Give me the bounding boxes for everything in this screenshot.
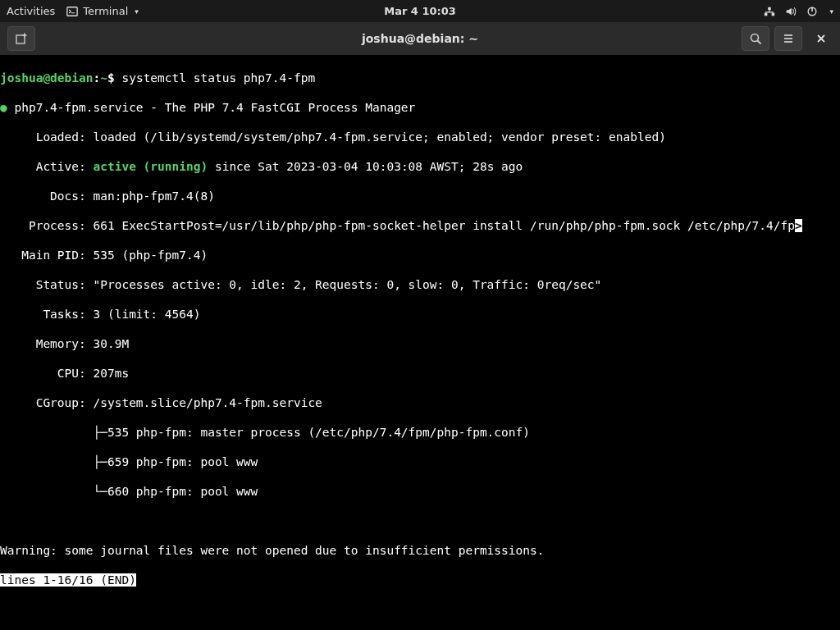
gnome-topbar: Activities Terminal ▾ Mar 4 10:03 ▾ xyxy=(0,0,840,22)
status-process: Process: 661 ExecStartPost=/usr/lib/php/… xyxy=(0,218,840,233)
svg-rect-6 xyxy=(16,35,25,43)
journal-warning: Warning: some journal files were not ope… xyxy=(0,543,840,558)
status-loaded: Loaded: loaded (/lib/systemd/system/php7… xyxy=(0,130,840,144)
close-icon xyxy=(815,32,828,45)
menu-button[interactable] xyxy=(774,26,802,51)
volume-icon[interactable] xyxy=(785,6,797,17)
new-tab-icon xyxy=(15,32,28,45)
prompt-line: joshua@debian:~$ systemctl status php7.4… xyxy=(0,71,840,85)
status-mainpid: Main PID: 535 (php-fpm7.4) xyxy=(0,248,840,262)
cgroup-proc-3: └─660 php-fpm: pool www xyxy=(0,484,840,499)
cgroup-proc-1: ├─535 php-fpm: master process (/etc/php/… xyxy=(0,425,840,440)
hamburger-icon xyxy=(782,32,795,45)
clock[interactable]: Mar 4 10:03 xyxy=(384,5,456,17)
search-icon xyxy=(749,32,762,45)
chevron-down-icon: ▾ xyxy=(829,7,833,16)
system-tray[interactable]: ▾ xyxy=(764,6,833,17)
status-tasks: Tasks: 3 (limit: 4564) xyxy=(0,307,840,322)
app-menu-label: Terminal xyxy=(83,5,128,17)
prompt-sep: : xyxy=(94,71,101,84)
status-active: Active: active (running) since Sat 2023-… xyxy=(0,159,840,174)
window-title: joshua@debian: ~ xyxy=(362,32,478,45)
close-button[interactable] xyxy=(807,26,835,51)
power-icon[interactable] xyxy=(806,6,818,17)
status-statusline: Status: "Processes active: 0, idle: 2, R… xyxy=(0,277,840,292)
status-cgroup: CGroup: /system.slice/php7.4-fpm.service xyxy=(0,395,840,410)
svg-rect-2 xyxy=(772,12,775,16)
svg-rect-1 xyxy=(765,12,768,16)
pager-status: lines 1-16/16 (END) xyxy=(0,573,136,587)
search-button[interactable] xyxy=(742,26,769,51)
status-bullet: ● xyxy=(0,101,7,114)
prompt-command: systemctl status php7.4-fpm xyxy=(121,71,315,84)
app-menu[interactable]: Terminal ▾ xyxy=(66,5,138,17)
status-cpu: CPU: 207ms xyxy=(0,366,840,381)
terminal-icon xyxy=(66,6,78,17)
chevron-down-icon: ▾ xyxy=(135,7,139,16)
blank-line xyxy=(0,514,840,528)
prompt-userhost: joshua@debian xyxy=(0,71,94,84)
cgroup-proc-2: ├─659 php-fpm: pool www xyxy=(0,454,840,469)
pager-line: lines 1-16/16 (END) xyxy=(0,573,840,587)
svg-line-8 xyxy=(758,41,761,44)
prompt-path: ~ xyxy=(100,71,107,84)
status-docs: Docs: man:php-fpm7.4(8) xyxy=(0,189,840,203)
status-memory: Memory: 30.9M xyxy=(0,336,840,351)
line-overflow-marker: > xyxy=(795,219,802,232)
terminal-viewport[interactable]: joshua@debian:~$ systemctl status php7.4… xyxy=(0,55,840,630)
window-titlebar: joshua@debian: ~ xyxy=(0,22,840,55)
status-active-value: active (running) xyxy=(94,160,208,173)
new-tab-button[interactable] xyxy=(7,26,35,51)
activities-button[interactable]: Activities xyxy=(7,5,55,17)
network-icon[interactable] xyxy=(764,6,775,17)
svg-rect-3 xyxy=(769,7,772,10)
prompt-dollar: $ xyxy=(107,71,121,84)
service-header: ● php7.4-fpm.service - The PHP 7.4 FastC… xyxy=(0,100,840,115)
svg-rect-0 xyxy=(67,7,77,16)
